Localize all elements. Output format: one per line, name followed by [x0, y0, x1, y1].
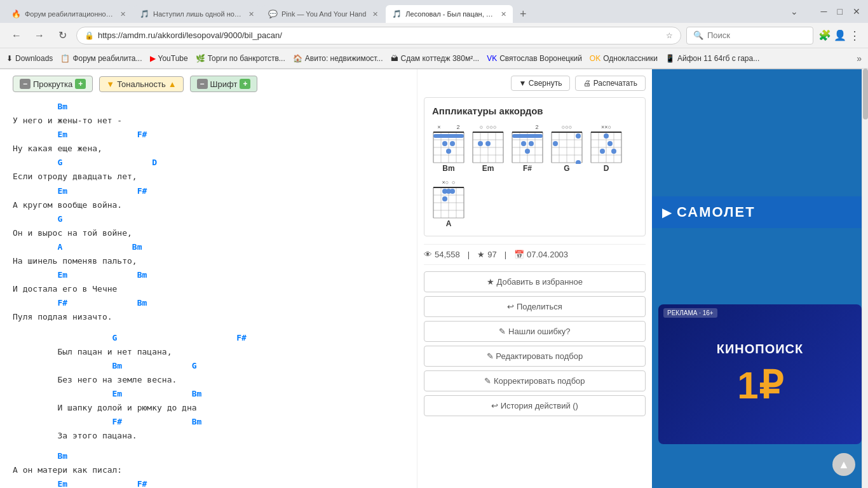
new-tab-button[interactable]: + — [514, 5, 532, 23]
lyric-11: И шапку долой и рюмку до дна — [13, 401, 404, 415]
a-top-label: ×○ ○ — [442, 179, 455, 186]
chord-diagram-fsharp[interactable]: 2 — [511, 124, 544, 173]
ok-icon: OK — [590, 54, 600, 63]
tab-2[interactable]: 🎵 Наступил лишь одной ногой... ✕ — [133, 5, 261, 23]
em-svg — [471, 131, 505, 164]
bookmark-cottage[interactable]: 🏔 Сдам коттедж 380м²... — [391, 54, 480, 63]
vk-icon: VK — [487, 54, 497, 63]
back-button[interactable]: ← — [8, 27, 25, 44]
toolbar-buttons: − Прокрутка + ▼ Тональность ▲ − Шрифт + — [13, 76, 404, 92]
svg-point-14 — [446, 149, 451, 154]
url-bar[interactable]: 🔒 https://amdm.ru/akkordi/lesopoval/9000… — [76, 27, 681, 44]
chord-bm-1: Bm — [13, 100, 404, 114]
chord-diagram-d[interactable]: ××○ — [590, 124, 623, 173]
scroll-minus-icon: − — [20, 79, 31, 89]
forward-button[interactable]: → — [31, 27, 48, 44]
bookmark-voronetsky[interactable]: VK Святослав Воронецкий — [487, 54, 582, 63]
reload-button[interactable]: ↻ — [53, 27, 71, 44]
ruble-label: 1₽ — [737, 363, 782, 407]
share-button[interactable]: ↩ Поделиться — [424, 296, 646, 317]
chord-em-f1: Em F# — [13, 128, 404, 142]
bookmark-icon[interactable]: ☆ — [666, 31, 673, 40]
font-button[interactable]: − Шрифт + — [190, 76, 258, 92]
spacer-1 — [13, 325, 404, 331]
svg-point-13 — [450, 141, 455, 146]
history-button[interactable]: ↩ История действий () — [424, 395, 646, 416]
cottage-icon: 🏔 — [391, 54, 398, 63]
svg-point-12 — [442, 141, 447, 146]
scroll-to-top-button[interactable]: ▲ — [832, 453, 855, 476]
minimize-button[interactable]: ─ — [818, 4, 830, 19]
d-top-label: ××○ — [601, 124, 611, 130]
lock-icon: 🔒 — [85, 31, 94, 40]
tone-up-icon: ▲ — [168, 79, 177, 89]
tab-4[interactable]: 🎵 Лесоповал - Был пацан, аккор... ✕ — [386, 5, 513, 23]
lyric-3: Если отроду двадцать лет, — [13, 170, 404, 184]
tab-3-close[interactable]: ✕ — [372, 10, 378, 18]
main-area: − Прокрутка + ▼ Тональность ▲ − Шрифт + … — [0, 69, 868, 488]
chord-diagram-em[interactable]: ○ ○○○ — [471, 124, 505, 173]
print-button[interactable]: 🖨 Распечатать — [575, 76, 646, 91]
bookmark-youtube[interactable]: ▶ YouTube — [150, 54, 188, 63]
bookmarks-more-button[interactable]: » — [857, 53, 862, 64]
add-favorites-button[interactable]: ★ Добавить в избранное — [424, 271, 646, 292]
bookmark-phone[interactable]: 📱 Айфон 11 64гб с гара... — [665, 54, 759, 63]
correct-chords-button[interactable]: ✎ Корректировать подбор — [424, 370, 646, 391]
phone-icon: 📱 — [665, 54, 675, 63]
lyric-4: А кругом вообще война. — [13, 198, 404, 212]
svg-point-27 — [485, 141, 491, 146]
tab-4-close[interactable]: ✕ — [501, 10, 506, 18]
close-button[interactable]: ✕ — [850, 4, 863, 19]
more-tabs-button[interactable]: ⌄ — [788, 4, 801, 19]
chord-g-d1: G D — [13, 156, 404, 170]
g-svg — [550, 131, 583, 164]
svg-point-68 — [604, 133, 609, 139]
report-error-button[interactable]: ✎ Нашли ошибку? — [424, 321, 646, 342]
bm-label: Bm — [442, 164, 454, 173]
chord-fsh-bm1: F# Bm — [13, 296, 404, 310]
spacer-2 — [13, 443, 404, 449]
fsharp-label: F# — [523, 164, 532, 173]
scroll-minus-button[interactable]: − Прокрутка + — [13, 76, 93, 92]
bookmark-forum[interactable]: 📋 Форум реабилита... — [60, 54, 142, 63]
tab-2-close[interactable]: ✕ — [248, 10, 254, 18]
samolet-banner[interactable]: ▶ САМОЛЕТ — [652, 196, 868, 228]
svg-point-86 — [442, 196, 447, 201]
bookmark-ok[interactable]: OK Одноклассники — [590, 54, 658, 63]
chord-diagram-g[interactable]: ○○○ — [550, 124, 583, 173]
fsharp-svg — [511, 131, 544, 164]
chord-diagram-a[interactable]: ×○ ○ — [432, 179, 465, 228]
tone-button[interactable]: ▼ Тональность ▲ — [99, 76, 183, 92]
svg-point-42 — [525, 149, 530, 154]
svg-rect-11 — [433, 134, 464, 138]
menu-icon[interactable]: ⋮ — [849, 29, 860, 43]
collapse-button[interactable]: ▼ Свернуть — [511, 76, 571, 91]
left-content: − Прокрутка + ▼ Тональность ▲ − Шрифт + … — [0, 69, 417, 488]
svg-point-71 — [611, 149, 616, 154]
bookmark-torg[interactable]: 🌿 Торги по банкротств... — [196, 54, 285, 63]
chords-section: Аппликатуры аккордов × 2 — [424, 97, 646, 236]
svg-point-26 — [478, 141, 483, 146]
search-input[interactable] — [707, 30, 796, 40]
lyric-12: За этого пацана. — [13, 429, 404, 443]
edit-chords-button[interactable]: ✎ Редактировать подбор — [424, 346, 646, 367]
kinopoisk-ad[interactable]: РЕКЛАМА · 16+ КИНОПОИСК 1₽ — [658, 304, 862, 444]
tab-3[interactable]: 💬 Pink — You And Your Hand ✕ — [262, 5, 384, 23]
right-panel: ▶ САМОЛЕТ РЕКЛАМА · 16+ РЕКЛАМА · 16+ КИ… — [652, 69, 868, 488]
samolet-label: САМОЛЕТ — [677, 204, 756, 220]
profile-icon[interactable]: 👤 — [834, 29, 846, 41]
scrollbar-thumb[interactable] — [863, 69, 868, 119]
d-svg — [590, 131, 623, 164]
tab-1[interactable]: 🔥 Форум реабилитационного ц... ✕ — [5, 5, 132, 23]
chord-diagram-bm[interactable]: × 2 — [432, 124, 465, 173]
maximize-button[interactable]: □ — [835, 4, 845, 19]
extensions-icon[interactable]: 🧩 — [818, 29, 831, 41]
scrollbar[interactable] — [862, 69, 868, 488]
bookmark-avito[interactable]: 🏠 Авито: недвижимост... — [293, 54, 383, 63]
bookmark-downloads[interactable]: ⬇ Downloads — [6, 54, 53, 63]
torg-icon: 🌿 — [196, 54, 205, 63]
tab-1-close[interactable]: ✕ — [120, 10, 126, 18]
tab-bar: 🔥 Форум реабилитационного ц... ✕ 🎵 Насту… — [5, 0, 532, 23]
font-minus-icon: − — [197, 79, 208, 89]
a-svg — [432, 186, 465, 219]
